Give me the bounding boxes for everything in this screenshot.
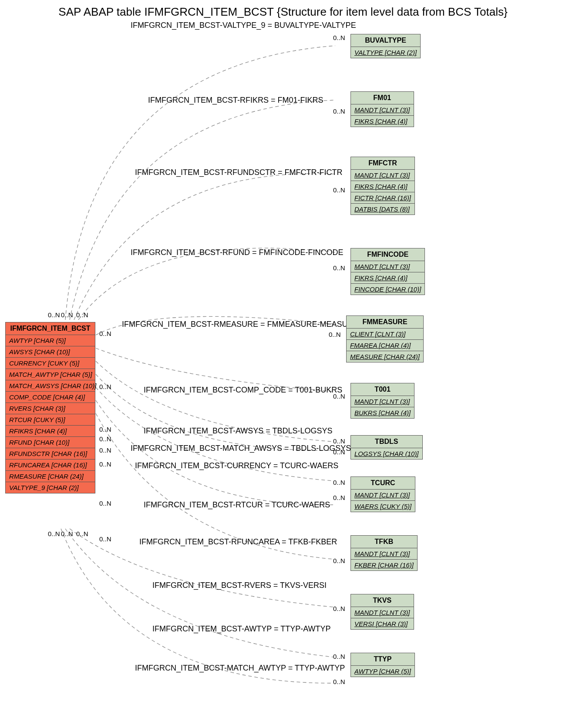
field: RMEASURE [CHAR (24)] <box>6 471 95 482</box>
rel-label: IFMFGRCN_ITEM_BCST-RVERS = TKVS-VERSI <box>152 581 327 590</box>
field: MANDT [CLNT (3)] <box>351 261 424 272</box>
field: BUKRS [CHAR (4)] <box>351 407 414 418</box>
field: VALTYPE_9 [CHAR (2)] <box>6 482 95 493</box>
field: RFUND [CHAR (10)] <box>6 437 95 448</box>
field: AWTYP [CHAR (5)] <box>6 335 95 346</box>
entity-header: T001 <box>351 383 414 396</box>
cardinality: 0..N <box>333 605 345 612</box>
rel-label: IFMFGRCN_ITEM_BCST-RFUNCAREA = TFKB-FKBE… <box>139 537 337 547</box>
field: RVERS [CHAR (3)] <box>6 403 95 414</box>
cardinality: 0..N <box>333 34 345 41</box>
cardinality: 0..N <box>333 107 345 115</box>
field: FICTR [CHAR (16)] <box>351 192 414 204</box>
entity-header: TTYP <box>351 653 414 666</box>
rel-label: IFMFGRCN_ITEM_BCST-RFUND = FMFINCODE-FIN… <box>131 248 344 257</box>
entity-header: FMMEASURE <box>347 316 423 329</box>
field: MANDT [CLNT (3)] <box>351 490 415 501</box>
cardinality: 0..N <box>329 331 341 338</box>
cardinality: 0..N <box>99 500 111 507</box>
field: CURRENCY [CUKY (5)] <box>6 358 95 369</box>
field: FIKRS [CHAR (4)] <box>351 116 414 127</box>
entity-header: TCURC <box>351 477 415 490</box>
cardinality: 0..N <box>99 535 111 543</box>
cardinality: 0..N <box>99 383 111 390</box>
cardinality: 0..N <box>99 460 111 468</box>
ref-entity: FMFCTR MANDT [CLNT (3)] FIKRS [CHAR (4)]… <box>350 157 415 215</box>
rel-label: IFMFGRCN_ITEM_BCST-AWSYS = TBDLS-LOGSYS <box>144 426 333 436</box>
ref-entity: TBDLS LOGSYS [CHAR (10)] <box>350 435 423 460</box>
cardinality: 0..N <box>333 653 345 660</box>
rel-label: IFMFGRCN_ITEM_BCST-RMEASURE = FMMEASURE-… <box>122 320 359 329</box>
cardinality: 0..N <box>333 437 345 445</box>
ref-entity: TKVS MANDT [CLNT (3)] VERSI [CHAR (3)] <box>350 594 414 630</box>
field: RFIKRS [CHAR (4)] <box>6 426 95 437</box>
entity-header: FMFCTR <box>351 157 414 170</box>
field: AWSYS [CHAR (10)] <box>6 346 95 358</box>
field: LOGSYS [CHAR (10)] <box>351 448 422 459</box>
field: MANDT [CLNT (3)] <box>351 548 417 560</box>
cardinality: 0..N <box>99 426 111 433</box>
cardinality: 0..N <box>333 264 345 272</box>
rel-label: IFMFGRCN_ITEM_BCST-MATCH_AWSYS = TBDLS-L… <box>131 444 351 453</box>
page-title: SAP ABAP table IFMFGRCN_ITEM_BCST {Struc… <box>0 5 566 19</box>
field: MATCH_AWTYP [CHAR (5)] <box>6 369 95 380</box>
rel-label: IFMFGRCN_ITEM_BCST-VALTYPE_9 = BUVALTYPE… <box>131 21 356 30</box>
field: MATCH_AWSYS [CHAR (10)] <box>6 380 95 392</box>
cardinality: 0..N <box>333 479 345 486</box>
field: RFUNCAREA [CHAR (16)] <box>6 460 95 471</box>
rel-label: IFMFGRCN_ITEM_BCST-RFIKRS = FM01-FIKRS <box>148 96 323 105</box>
cardinality: 0..N <box>48 530 60 537</box>
field: MANDT [CLNT (3)] <box>351 396 414 407</box>
cardinality: 0..N <box>48 311 60 319</box>
field: FKBER [CHAR (16)] <box>351 560 417 570</box>
entity-header: TFKB <box>351 536 417 548</box>
rel-label: IFMFGRCN_ITEM_BCST-CURRENCY = TCURC-WAER… <box>135 461 338 470</box>
ref-entity: TFKB MANDT [CLNT (3)] FKBER [CHAR (16)] <box>350 535 418 571</box>
ref-entity: FMFINCODE MANDT [CLNT (3)] FIKRS [CHAR (… <box>350 248 425 295</box>
field: MANDT [CLNT (3)] <box>351 170 414 181</box>
entity-header: FMFINCODE <box>351 248 424 261</box>
ref-entity: TTYP AWTYP [CHAR (5)] <box>350 653 415 677</box>
field: FINCODE [CHAR (10)] <box>351 284 424 295</box>
cardinality: 0..N <box>333 678 345 685</box>
field: MEASURE [CHAR (24)] <box>347 351 423 362</box>
ref-entity: BUVALTYPE VALTYPE [CHAR (2)] <box>350 34 421 58</box>
main-entity: IFMFGRCN_ITEM_BCST AWTYP [CHAR (5)] AWSY… <box>5 322 95 493</box>
rel-label: IFMFGRCN_ITEM_BCST-AWTYP = TTYP-AWTYP <box>152 624 331 634</box>
field: VERSI [CHAR (3)] <box>351 618 414 629</box>
ref-entity: TCURC MANDT [CLNT (3)] WAERS [CUKY (5)] <box>350 476 415 512</box>
ref-entity: FM01 MANDT [CLNT (3)] FIKRS [CHAR (4)] <box>350 91 414 127</box>
cardinality: 0..N <box>76 311 88 319</box>
ref-entity: FMMEASURE CLIENT [CLNT (3)] FMAREA [CHAR… <box>346 315 424 362</box>
cardinality: 0..N <box>99 330 111 337</box>
entity-header: IFMFGRCN_ITEM_BCST <box>6 322 95 335</box>
cardinality: 0..N <box>61 530 73 537</box>
field: MANDT [CLNT (3)] <box>351 104 414 116</box>
cardinality: 0..N <box>99 435 111 443</box>
field: RTCUR [CUKY (5)] <box>6 414 95 426</box>
field: AWTYP [CHAR (5)] <box>351 666 414 677</box>
field: FIKRS [CHAR (4)] <box>351 181 414 192</box>
cardinality: 0..N <box>61 311 73 319</box>
entity-header: TBDLS <box>351 436 422 448</box>
cardinality: 0..N <box>333 448 345 456</box>
field: RFUNDSCTR [CHAR (16)] <box>6 448 95 460</box>
field: CLIENT [CLNT (3)] <box>347 329 423 340</box>
rel-label: IFMFGRCN_ITEM_BCST-RFUNDSCTR = FMFCTR-FI… <box>135 168 342 177</box>
field: DATBIS [DATS (8)] <box>351 204 414 215</box>
field: WAERS [CUKY (5)] <box>351 501 415 512</box>
cardinality: 0..N <box>99 446 111 454</box>
entity-header: BUVALTYPE <box>351 34 420 47</box>
rel-label: IFMFGRCN_ITEM_BCST-COMP_CODE = T001-BUKR… <box>144 386 342 395</box>
cardinality: 0..N <box>76 530 88 537</box>
field: COMP_CODE [CHAR (4)] <box>6 392 95 403</box>
rel-label: IFMFGRCN_ITEM_BCST-MATCH_AWTYP = TTYP-AW… <box>135 664 345 673</box>
entity-header: TKVS <box>351 594 414 607</box>
ref-entity: T001 MANDT [CLNT (3)] BUKRS [CHAR (4)] <box>350 383 414 419</box>
field: VALTYPE [CHAR (2)] <box>351 47 420 58</box>
field: FMAREA [CHAR (4)] <box>347 340 423 351</box>
cardinality: 0..N <box>333 557 345 564</box>
field: MANDT [CLNT (3)] <box>351 607 414 618</box>
entity-header: FM01 <box>351 92 414 104</box>
cardinality: 0..N <box>333 494 345 501</box>
